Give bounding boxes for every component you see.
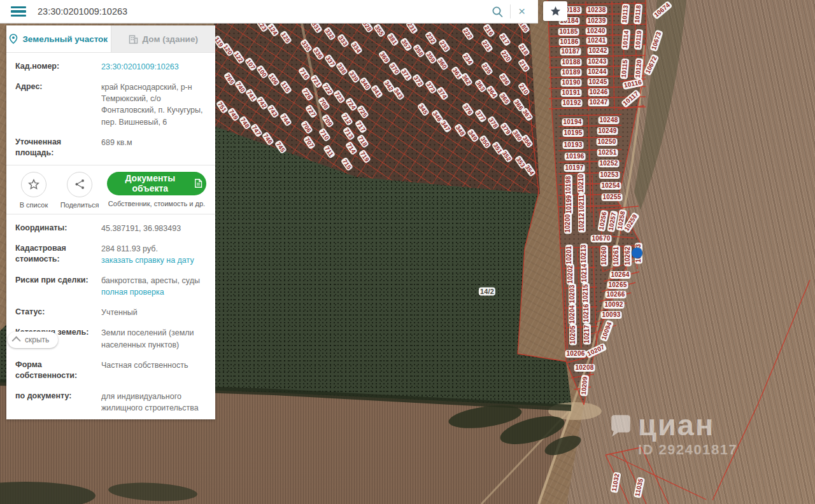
parcel-label[interactable]: 10211 [578, 193, 586, 214]
parcel-label[interactable]: 216 [483, 23, 496, 38]
parcel-label[interactable]: 100 [256, 64, 269, 79]
parcel-label[interactable]: 717 [355, 119, 368, 134]
add-to-list-button[interactable]: В список [15, 172, 52, 209]
parcel-label[interactable]: 727 [305, 104, 318, 118]
parcel-label[interactable]: 10213 [580, 244, 588, 265]
parcel-label[interactable]: 334 [350, 40, 364, 55]
parcel-label[interactable]: 10241 [586, 37, 607, 45]
parcel-label[interactable]: 10217 [583, 324, 591, 345]
parcel-label[interactable]: 10244 [587, 68, 608, 76]
parcel-label[interactable]: 365 [499, 91, 512, 106]
parcel-label[interactable]: 747 [250, 123, 264, 137]
parcel-label[interactable]: 10254 [600, 182, 621, 190]
field-value[interactable]: 23:30:0201009:10263 [101, 61, 179, 73]
parcel-label[interactable]: 355 [373, 23, 386, 38]
parcel-label[interactable]: 377 [474, 108, 488, 123]
parcel-label[interactable]: 743 [267, 104, 280, 118]
parcel-label[interactable]: 10198 [565, 175, 572, 196]
parcel-label[interactable]: 107 [244, 57, 258, 71]
parcel-label[interactable]: 10239 [586, 17, 607, 25]
favorites-button[interactable] [543, 1, 567, 21]
parcel-label[interactable]: 374 [436, 86, 450, 101]
parcel-label[interactable]: 745 [274, 139, 288, 154]
parcel-label[interactable]: 718 [357, 134, 370, 148]
parcel-label[interactable]: 10670 [591, 235, 612, 242]
parcel-label[interactable]: 124 [267, 22, 280, 37]
parcel-label[interactable]: 10186 [559, 38, 580, 46]
parcel-label[interactable]: 348 [454, 123, 467, 137]
parcel-label[interactable]: 218 [518, 42, 531, 57]
parcel-label[interactable]: 372 [412, 73, 425, 88]
parcel-label[interactable]: 10248 [599, 116, 620, 124]
parcel-label[interactable]: 371 [400, 67, 413, 81]
parcel-label[interactable]: 359 [425, 50, 438, 64]
parcel-label[interactable]: 10238 [586, 6, 607, 14]
parcel-label[interactable]: 125 [280, 30, 293, 45]
parcel-label[interactable]: 349 [467, 128, 480, 143]
parcel-label[interactable]: 10197 [564, 164, 585, 172]
search-icon[interactable] [492, 6, 504, 18]
parcel-label[interactable]: 10253 [599, 171, 620, 179]
parcel-label[interactable]: 10115 [620, 58, 630, 79]
parcel-label[interactable]: 10247 [588, 99, 609, 106]
parcel-label[interactable]: 378 [487, 115, 500, 130]
parcel-label[interactable]: 370 [388, 61, 402, 76]
parcel-label[interactable]: 10216 [583, 303, 590, 324]
parcel-label[interactable]: 10245 [588, 78, 609, 86]
parcel-label[interactable]: 10204 [569, 304, 576, 325]
parcel-label[interactable]: 10193 [563, 141, 584, 149]
parcel-label[interactable]: 11035 [634, 477, 645, 498]
parcel-label[interactable]: 234 [462, 52, 475, 66]
parcel-label[interactable]: 220 [500, 48, 513, 63]
parcel-label[interactable]: 10260 [600, 246, 608, 267]
parcel-label[interactable]: 716 [298, 66, 311, 81]
parcel-label[interactable]: 707 [303, 135, 316, 150]
parcel-label[interactable]: 10094 [600, 320, 614, 342]
parcel-label[interactable]: 221 [481, 38, 494, 53]
parcel-label[interactable]: 10194 [562, 118, 583, 126]
parcel-label[interactable]: 748 [239, 115, 252, 130]
search-input[interactable] [36, 6, 492, 17]
parcel-label[interactable]: 10243 [587, 58, 608, 66]
parcel-label[interactable]: 10207 [585, 343, 607, 359]
parcel-label[interactable]: 10187 [560, 48, 581, 55]
parcel-label[interactable]: 724 [345, 97, 358, 111]
parcel-label[interactable]: 708 [318, 96, 331, 111]
parcel-label[interactable]: 10212 [578, 212, 586, 233]
parcel-label[interactable]: 10195 [563, 129, 584, 137]
parcel-label[interactable]: 10201 [565, 245, 573, 266]
parcel-label[interactable]: 335 [300, 38, 313, 53]
parcel-label[interactable]: 10206 [565, 350, 586, 358]
parcel-label[interactable]: 333 [337, 33, 350, 48]
parcel-label[interactable]: 10116 [622, 78, 644, 90]
parcel-label[interactable]: 379 [500, 122, 513, 136]
parcel-label[interactable]: 709 [322, 113, 335, 128]
parcel-label[interactable]: 10240 [586, 27, 607, 35]
parcel-label[interactable]: 10190 [561, 79, 582, 87]
parcel-label[interactable]: 356 [521, 134, 534, 148]
share-button[interactable]: Поделиться [61, 172, 98, 209]
parcel-label[interactable]: 10196 [565, 153, 586, 160]
parcel-label[interactable]: 10188 [561, 59, 582, 66]
parcel-label[interactable]: 376 [462, 102, 475, 116]
parcel-label[interactable]: 10261 [613, 246, 620, 267]
parcel-label[interactable]: 10192 [562, 99, 583, 107]
parcel-label[interactable]: 360 [436, 56, 450, 71]
parcel-label[interactable]: 721 [310, 74, 323, 88]
parcel-label[interactable]: 232 [425, 31, 438, 45]
parcel-label[interactable]: 10249 [597, 127, 618, 135]
parcel-label[interactable]: 10117 [621, 89, 641, 108]
parcel-label[interactable]: 345 [417, 102, 430, 116]
clear-search-icon[interactable]: × [511, 5, 533, 18]
parcel-label[interactable]: 341 [371, 84, 384, 99]
parcel-label[interactable]: 10262 [624, 246, 632, 267]
parcel-label[interactable]: 337 [324, 53, 337, 68]
parcel-label[interactable]: 711 [323, 144, 336, 159]
parcel-label[interactable]: 358 [413, 43, 426, 58]
parcel-label[interactable]: 362 [460, 72, 474, 87]
parcel-label[interactable]: 219 [518, 58, 531, 73]
parcel-label[interactable]: 364 [486, 85, 499, 99]
parcel-label[interactable]: 381 [386, 32, 400, 46]
parcel-label[interactable]: 10092 [604, 301, 625, 309]
parcel-label[interactable]: 10202 [567, 264, 574, 285]
